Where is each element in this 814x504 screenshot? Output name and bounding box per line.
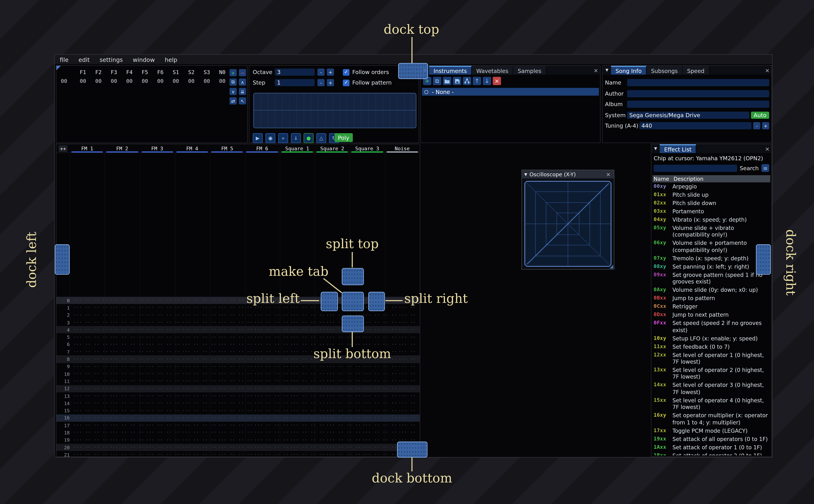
pattern-cell[interactable]: ··· ·· ·· ···· <box>325 416 361 421</box>
pattern-cell[interactable]: ··· ·· ·· ···· <box>72 371 109 376</box>
pattern-cell[interactable]: ··· ·· ·· ···· <box>217 430 253 435</box>
tuning-decrease-button[interactable]: - <box>753 122 760 129</box>
pattern-cell[interactable]: ··· ·· ·· ···· <box>72 313 109 318</box>
pattern-cell[interactable]: ··· ·· ·· ···· <box>145 430 181 435</box>
pattern-cell[interactable]: ··· ·· ·· ···· <box>289 430 325 435</box>
pattern-cell[interactable]: ··· ·· ·· ···· <box>361 401 397 406</box>
pattern-cell[interactable]: ··· ·· ·· ···· <box>397 364 420 369</box>
pad-value-cell[interactable]: 00 <box>122 78 137 84</box>
collapse-icon[interactable]: ▼ <box>524 172 527 177</box>
pattern-cell[interactable]: ··· ·· ·· ···· <box>181 423 217 428</box>
octave-input[interactable]: 3 <box>275 69 315 76</box>
pattern-cell[interactable]: ··· ·· ·· ···· <box>397 327 420 332</box>
channel-header-noise[interactable]: Noise <box>385 144 420 153</box>
pattern-cell[interactable]: ··· ·· ·· ···· <box>325 438 361 442</box>
pattern-cell[interactable]: ··· ·· ·· ···· <box>217 393 253 398</box>
metronome-button[interactable]: △ <box>316 133 326 143</box>
move-instrument-up-button[interactable]: ↑ <box>473 77 481 85</box>
pattern-cell[interactable]: ··· ·· ·· ···· <box>217 401 253 406</box>
pattern-cell[interactable]: ··· ·· ·· ···· <box>181 430 217 435</box>
pattern-cell[interactable]: ··· ·· ·· ···· <box>325 452 361 456</box>
pattern-cell[interactable]: ··· ·· ·· ···· <box>109 452 145 456</box>
pattern-cell[interactable]: ··· ·· ·· ···· <box>289 305 325 310</box>
channel-header-fm-6[interactable]: FM 6 <box>245 144 280 153</box>
pattern-cell[interactable]: ··· ·· ·· ···· <box>361 379 397 384</box>
pattern-cell[interactable]: ··· ·· ·· ···· <box>109 305 145 310</box>
dock-indicator-top[interactable] <box>398 63 428 79</box>
pattern-cell[interactable]: ··· ·· ·· ···· <box>181 305 217 310</box>
pattern-cell[interactable]: ··· ·· ·· ···· <box>145 401 181 406</box>
pattern-cell[interactable]: ··· ·· ·· ···· <box>72 357 109 362</box>
pattern-cell[interactable]: ··· ·· ·· ···· <box>361 386 397 391</box>
tab-wavetables[interactable]: Wavetables <box>472 66 513 75</box>
pattern-cell[interactable]: ··· ·· ·· ···· <box>361 416 397 421</box>
split-indicator-left[interactable] <box>321 292 338 311</box>
duplicate-instrument-button[interactable]: ⧉ <box>433 77 441 85</box>
pattern-cell[interactable]: ··· ·· ·· ···· <box>145 386 181 391</box>
pattern-cell[interactable]: ··· ·· ·· ···· <box>72 452 109 456</box>
pattern-cell[interactable]: ··· ·· ·· ···· <box>325 408 361 413</box>
pattern-cell[interactable]: ··· ·· ·· ···· <box>145 335 181 340</box>
pattern-cell[interactable]: ··· ·· ·· ···· <box>72 438 109 442</box>
tab-speed[interactable]: Speed <box>683 66 710 75</box>
pattern-cell[interactable]: ··· ·· ·· ···· <box>289 393 325 398</box>
move-instrument-down-button[interactable]: ↓ <box>483 77 491 85</box>
pattern-cell[interactable]: ··· ·· ·· ···· <box>253 342 289 347</box>
octave-up-button[interactable]: ∧ <box>239 78 246 86</box>
pattern-cell[interactable]: ··· ·· ·· ···· <box>289 416 325 421</box>
pattern-cell[interactable]: ··· ·· ·· ···· <box>397 320 420 325</box>
pattern-cell[interactable]: ··· ·· ·· ···· <box>145 305 181 310</box>
pattern-cell[interactable]: ··· ·· ·· ···· <box>361 364 397 369</box>
follow-orders-checkbox[interactable]: ✓ <box>343 69 349 76</box>
pattern-cell[interactable]: ··· ·· ·· ···· <box>289 386 325 391</box>
tab-song-info[interactable]: Song Info <box>611 66 647 75</box>
pattern-cell[interactable]: ··· ·· ·· ···· <box>361 320 397 325</box>
pattern-cell[interactable]: ··· ·· ·· ···· <box>325 401 361 406</box>
pad-value-cell[interactable]: 00 <box>106 78 122 84</box>
pattern-cell[interactable]: ··· ·· ·· ···· <box>109 298 145 303</box>
pattern-cell[interactable]: ··· ·· ·· ···· <box>181 386 217 391</box>
auto-button[interactable]: Auto <box>751 111 769 119</box>
step-increase-button[interactable]: + <box>327 79 334 86</box>
pattern-cell[interactable]: ··· ·· ·· ···· <box>72 342 109 347</box>
pattern-cell[interactable]: ··· ·· ·· ···· <box>217 452 253 456</box>
pattern-cell[interactable]: ··· ·· ·· ···· <box>253 364 289 369</box>
pattern-cell[interactable]: ··· ·· ·· ···· <box>397 430 420 435</box>
play-button[interactable]: ▶ <box>253 133 263 143</box>
pattern-cell[interactable]: ··· ·· ·· ···· <box>217 305 253 310</box>
pattern-cell[interactable]: ··· ·· ·· ···· <box>145 371 181 376</box>
pattern-cell[interactable]: ··· ·· ·· ···· <box>253 379 289 384</box>
pattern-cell[interactable]: ··· ·· ·· ···· <box>181 401 217 406</box>
pattern-cell[interactable]: ··· ·· ·· ···· <box>217 416 253 421</box>
pattern-cell[interactable]: ··· ·· ·· ···· <box>145 313 181 318</box>
octave-down-button[interactable]: ∨ <box>229 88 237 95</box>
pattern-cell[interactable]: ··· ·· ·· ···· <box>145 438 181 442</box>
save-instrument-button[interactable] <box>453 77 461 85</box>
pattern-cell[interactable]: ··· ·· ·· ···· <box>217 313 253 318</box>
pad-value-cell[interactable]: 00 <box>168 78 184 84</box>
pattern-cell[interactable]: ··· ·· ·· ···· <box>145 298 181 303</box>
pattern-cell[interactable]: ··· ·· ·· ···· <box>109 386 145 391</box>
pattern-cell[interactable]: ··· ·· ·· ···· <box>72 364 109 369</box>
close-icon[interactable]: × <box>763 66 771 75</box>
pattern-cell[interactable]: ··· ·· ·· ···· <box>325 430 361 435</box>
delete-instrument-button[interactable]: × <box>493 77 501 85</box>
menu-item-file[interactable]: file <box>55 56 74 63</box>
pattern-cell[interactable]: ··· ·· ·· ···· <box>253 430 289 435</box>
pattern-cell[interactable]: ··· ·· ·· ···· <box>217 349 253 354</box>
octave-decrease-button[interactable]: - <box>317 69 324 76</box>
pattern-cell[interactable]: ··· ·· ·· ···· <box>361 393 397 398</box>
pad-value-cell[interactable]: 00 <box>153 78 168 84</box>
poly-button[interactable]: Poly <box>334 133 352 142</box>
pattern-cell[interactable]: ··· ·· ·· ···· <box>289 423 325 428</box>
close-icon[interactable]: × <box>605 171 612 177</box>
pattern-cell[interactable]: ··· ·· ·· ···· <box>253 313 289 318</box>
pattern-cell[interactable]: ··· ·· ·· ···· <box>253 320 289 325</box>
collapse-icon[interactable]: ▼ <box>603 66 611 75</box>
pattern-cell[interactable]: ··· ·· ·· ···· <box>72 401 109 406</box>
pattern-cell[interactable]: ··· ·· ·· ···· <box>109 313 145 318</box>
pattern-cell[interactable]: ··· ·· ·· ···· <box>361 335 397 340</box>
album-input[interactable] <box>627 101 769 108</box>
pattern-cell[interactable]: ··· ·· ·· ···· <box>253 401 289 406</box>
pattern-cell[interactable]: ··· ·· ·· ···· <box>145 364 181 369</box>
